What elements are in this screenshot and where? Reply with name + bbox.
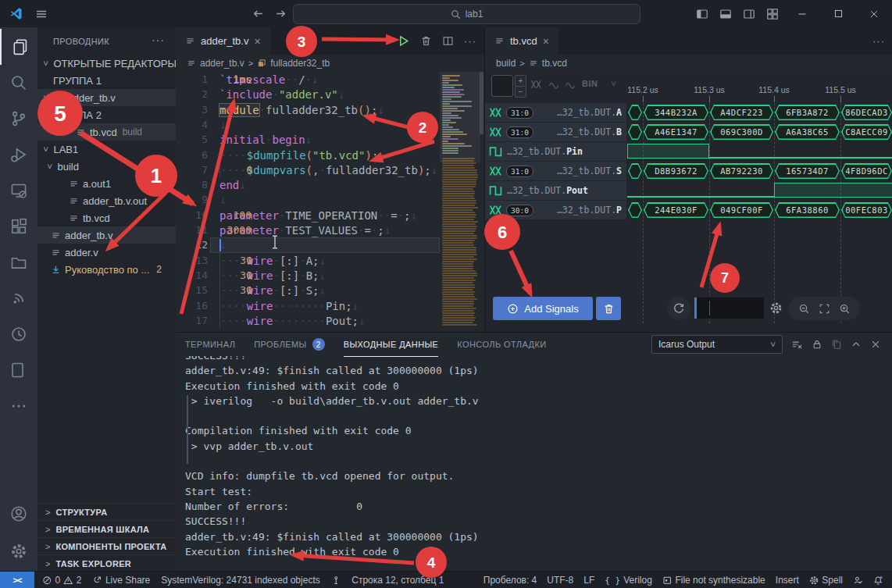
menu-icon[interactable] [35,8,48,20]
code-line-17[interactable]: 17····wire········Pout;↓ [176,313,484,329]
more-actions-icon[interactable]: ··· [464,35,476,47]
code-editor[interactable]: 1`timescale·1ns·/·1ps↓2`include·"adder.v… [176,72,484,332]
editor-group-label[interactable]: ГРУППА 1 [37,72,176,89]
editor-group-label[interactable]: ГРУППА 2 [37,106,176,123]
tree-item-build[interactable]: >build [37,158,176,175]
trash-icon[interactable] [420,35,432,47]
zoom-out-small-button[interactable]: − [515,86,526,98]
spell-checker[interactable]: Spell [809,575,843,586]
eol[interactable]: LF [583,575,594,586]
settings-gear-icon[interactable] [769,301,783,315]
search-input[interactable]: lab1 [293,4,640,24]
section-LAB1[interactable]: >LAB1 [37,141,176,158]
language-mode[interactable]: { }Verilog [605,575,652,586]
code-line-6[interactable]: 6····$dumpfile("tb.vcd");↓ [176,148,484,163]
forward-icon[interactable] [274,7,287,20]
open-in-editor-icon[interactable] [831,339,842,350]
code-line-3[interactable]: 3module·fulladder32_tb();↓ [176,102,484,118]
code-line-10[interactable]: 10parameter·TIME_OPERATION··=·100;↓ [176,208,484,223]
close-button[interactable] [856,0,892,27]
back-icon[interactable] [252,7,265,20]
section-СТРУКТУРА[interactable]: >СТРУКТУРА [37,503,176,521]
code-line-15[interactable]: 15····wire·[31:0]·S;↓ [176,283,484,298]
cursor-color-box[interactable] [491,75,513,97]
refresh-button[interactable] [667,297,690,320]
zoom-out-icon[interactable] [798,303,810,315]
remote-explorer-icon[interactable] [0,173,37,208]
signal-row-A[interactable]: 31:0…32_tb.DUT.A [485,103,626,122]
tree-item-adder_tb.v[interactable]: adder_tb.v [37,226,176,244]
tree-item-a.out1[interactable]: a.out1 [37,175,176,192]
code-line-2[interactable]: 2`include·"adder.v"↓ [176,87,484,102]
source-control-icon[interactable] [0,101,37,137]
code-line-8[interactable]: 8end↓ [176,177,484,193]
waveform-viewer[interactable]: + − BIN > 115.2 us115.3 us115.4 us115.5 … [485,72,892,332]
vertical-scrollbar[interactable] [480,72,483,134]
explorer-icon[interactable] [0,29,39,65]
code-line-11[interactable]: 11parameter·TEST_VALUES·=·3000;↓ [176,223,484,238]
code-line-14[interactable]: 14····wire·[31:0]·B;↓ [176,268,484,283]
code-line-7[interactable]: 7····$dumpvars(0,·fulladder32_tb);↓ [176,162,484,178]
delete-signals-button[interactable] [596,297,621,320]
panel-tab-ПРОБЛЕМЫ[interactable]: ПРОБЛЕМЫ2 [254,333,324,356]
live-share[interactable]: Live Share [92,575,150,586]
insert-mode[interactable]: Insert [776,575,799,586]
tab-tb-vcd[interactable]: tb.vcd × [485,27,558,55]
code-line-9[interactable]: 9↓ [176,192,484,208]
open-editor-tb.vcd[interactable]: tb.vcdbuild [37,123,176,141]
section-ВРЕМЕННАЯ ШКАЛА[interactable]: >ВРЕМЕННАЯ ШКАЛА [37,520,176,538]
cursor-position[interactable]: Строка 12, столбец 1 [351,575,444,586]
signal-row-B[interactable]: 31:0…32_tb.DUT.B [485,123,626,141]
systemverilog-status[interactable]: SystemVerilog: 24731 indexed objects [161,575,319,586]
more-actions-icon[interactable]: ··· [872,35,885,47]
notifications[interactable] [873,576,883,586]
tree-item-tb.vcd[interactable]: tb.vcd [37,209,176,226]
tree-item-Руководство по ...[interactable]: Руководство по ...2 [37,261,176,278]
radix-select[interactable]: BIN [582,79,598,88]
extensions-icon[interactable] [0,208,37,244]
add-signals-button[interactable]: Add Signals [493,297,593,320]
encoding[interactable]: UTF-8 [547,575,573,586]
problems-status[interactable]: 02 [42,575,81,586]
bus-format-icon[interactable] [530,80,542,89]
section-TASK EXPLORER[interactable]: >TASK EXPLORER [37,554,176,572]
minimize-button[interactable] [784,0,820,27]
account-icon[interactable] [0,496,37,532]
timeline-icon[interactable] [0,316,37,352]
sidebar-more-icon[interactable]: ··· [152,34,165,46]
section-ОТКРЫТЫЕ РЕДАКТОРЫ[interactable]: >ОТКРЫТЫЕ РЕДАКТОРЫ [37,55,176,72]
signal-row-Pout[interactable]: …32_tb.DUT.Pout [485,181,626,200]
wave-style-icon[interactable] [564,80,576,89]
toggle-sidebar-icon[interactable] [690,0,714,27]
output-channel-select[interactable]: Icarus Output> [651,335,783,354]
code-line-16[interactable]: 16····wire········Pin;↓ [176,298,484,314]
signal-row-P[interactable]: 30:0…32_tb.DUT.P [485,201,626,219]
signal-row-Pin[interactable]: …32_tb.DUT.Pin [485,142,626,161]
customize-layout-icon[interactable] [761,0,784,27]
maximize-panel-icon[interactable] [851,339,862,350]
esp-idf-icon[interactable] [0,280,37,316]
run-button[interactable] [397,34,410,48]
tree-item-adder_tb.v.out[interactable]: adder_tb.v.out [37,192,176,209]
close-tab-icon[interactable]: × [543,35,549,48]
zoom-in-icon[interactable] [839,303,851,315]
toggle-panel-icon[interactable] [714,0,737,27]
signal-row-S[interactable]: 31:0…32_tb.DUT.S [485,162,626,180]
code-line-13[interactable]: 13····wire·[31:0]·A;↓ [176,253,484,269]
code-line-12[interactable]: 12↓ [176,237,484,253]
search-icon[interactable] [0,65,37,101]
project-folder-icon[interactable] [0,244,37,280]
code-line-1[interactable]: 1`timescale·1ns·/·1ps↓ [176,72,484,87]
tree-item-adder.v[interactable]: adder.v [37,244,176,261]
close-tab-icon[interactable]: × [254,35,260,48]
maximize-button[interactable] [820,0,856,27]
synthesis-status[interactable]: File not synthesizable [662,575,765,586]
split-editor-icon[interactable] [442,35,454,47]
indexing-icon[interactable] [331,576,341,586]
fit-screen-icon[interactable] [819,303,830,315]
open-editor-adder_tb.v[interactable]: >adder_tb.v [37,89,176,106]
tab-adder-tb[interactable]: adder_tb.v × [176,27,270,55]
more-icon[interactable] [0,388,37,424]
close-panel-icon[interactable] [870,339,881,350]
indentation[interactable]: Пробелов: 4 [483,575,537,586]
